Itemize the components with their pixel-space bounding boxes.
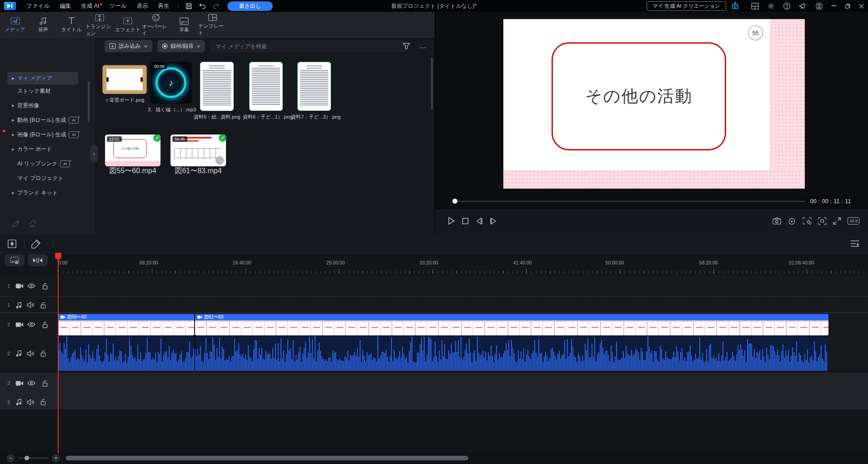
close-button[interactable] xyxy=(854,0,868,12)
previous-frame-button[interactable] xyxy=(476,217,483,225)
seekbar-knob[interactable] xyxy=(452,199,457,204)
snapshot-camera-icon[interactable] xyxy=(773,217,781,225)
sidebar-scrollbar[interactable] xyxy=(88,81,90,122)
zoom-slider-knob[interactable] xyxy=(25,456,29,460)
media-item-background-board[interactable]: ☆背景ボード.png xyxy=(101,62,148,104)
menu-edit[interactable]: 編集 xyxy=(55,2,76,10)
tab-transitions[interactable]: トランジション xyxy=(85,12,114,38)
canvas-settings-icon[interactable] xyxy=(803,217,812,225)
visibility-eye-icon[interactable] xyxy=(27,380,35,386)
track-audio-3[interactable]: 3 xyxy=(0,394,868,409)
timeline-horizontal-scrollbar[interactable] xyxy=(65,456,468,460)
media-item-audio-mp3[interactable]: 00:06 ♪ 3、描く編（...）.mp3 xyxy=(148,62,194,113)
transition-icon xyxy=(95,14,104,22)
media-item-video-55-60[interactable]: その他の活動 12:21 ✓ 図55〜60.mp4 xyxy=(105,135,161,176)
ai-robot-icon[interactable] xyxy=(731,2,740,10)
timeline-zoom-slider[interactable] xyxy=(18,458,48,459)
tab-effects[interactable]: エフェクト xyxy=(114,12,142,38)
timeline-clip-61-83[interactable]: 図61〜83 xyxy=(195,314,828,335)
next-frame-button[interactable] xyxy=(490,217,497,225)
sidebar-item-image-broll[interactable]: ▶画像 (Bロール) 生成 AI+ xyxy=(0,128,95,141)
minimize-button[interactable] xyxy=(827,0,841,12)
media-search-input[interactable] xyxy=(210,40,406,52)
sidebar-item-color-board[interactable]: ▶カラー ボード xyxy=(0,143,95,155)
lock-icon[interactable] xyxy=(40,399,46,405)
playhead-handle[interactable] xyxy=(55,253,61,259)
track-height-icon[interactable] xyxy=(850,239,860,248)
razor-tool-icon[interactable] xyxy=(30,239,41,249)
sidebar-item-video-broll[interactable]: ▶動画 (Bロール) 生成 AI+ xyxy=(0,114,95,126)
speaker-icon[interactable] xyxy=(27,399,35,405)
lock-icon[interactable] xyxy=(42,380,48,387)
media-item-doc6[interactable]: 資料6：子ど...1）.png xyxy=(243,62,289,120)
snap-split-button[interactable] xyxy=(28,254,48,266)
speaker-icon[interactable] xyxy=(27,350,35,357)
ruler-minor-ticks[interactable] xyxy=(58,271,865,274)
tab-subtitles[interactable]: 字幕 xyxy=(170,12,198,38)
preview-canvas[interactable]: その他の活動 55 xyxy=(503,19,805,189)
menu-play[interactable]: 再生 xyxy=(153,2,175,10)
aspect-ratio-button[interactable]: 16:9 xyxy=(848,217,859,225)
lock-icon[interactable] xyxy=(42,283,48,289)
zoom-in-button[interactable]: + xyxy=(52,454,60,462)
track-video-3[interactable]: 3 xyxy=(0,373,868,394)
preview-zoom-icon[interactable] xyxy=(818,217,827,225)
import-button[interactable]: 読み込み xyxy=(105,40,152,52)
timeline-settings-icon[interactable] xyxy=(7,239,17,249)
tab-templates[interactable]: テンプレート xyxy=(198,12,226,38)
fullscreen-icon[interactable] xyxy=(833,217,841,225)
render-preview-icon[interactable] xyxy=(788,217,796,225)
tab-audio[interactable]: 音声 xyxy=(29,12,57,38)
sidebar-item-ai-lipsync[interactable]: AI リップシンク AI+ xyxy=(0,157,95,170)
record-button[interactable]: 録画/録音 xyxy=(157,40,205,52)
layout-icon[interactable] xyxy=(751,3,759,10)
export-button[interactable]: 書き出し xyxy=(227,1,273,11)
media-item-doc5[interactable]: 資料5：総...資料.png xyxy=(194,62,240,120)
tab-media[interactable]: メディア xyxy=(1,12,29,38)
undo-icon[interactable] xyxy=(199,3,206,9)
menu-view[interactable]: 表示 xyxy=(132,2,153,10)
stop-button[interactable] xyxy=(462,218,469,225)
timeline-clip-55-60[interactable]: 図55〜60 xyxy=(58,314,194,335)
announcement-icon[interactable] xyxy=(799,2,807,10)
track-add-button[interactable] xyxy=(5,254,25,266)
settings-gear-icon[interactable] xyxy=(767,2,775,10)
redo-icon[interactable] xyxy=(212,3,220,9)
menu-tools[interactable]: ツール xyxy=(104,2,131,10)
sidebar-collapse-handle[interactable]: ‹ xyxy=(90,145,98,163)
lock-icon[interactable] xyxy=(40,302,46,309)
media-item-video-61-83[interactable]: 56:46 ✓ 図61〜83.mp4 xyxy=(171,135,226,176)
sidebar-item-my-projects[interactable]: マイ プロジェクト xyxy=(0,172,95,185)
eraser-icon[interactable] xyxy=(28,217,38,227)
play-button[interactable] xyxy=(448,217,455,225)
menu-generative-ai[interactable]: 生成 AI xyxy=(76,2,104,10)
save-icon[interactable] xyxy=(186,3,192,10)
filter-icon[interactable] xyxy=(403,43,410,50)
tab-titles[interactable]: タイトル xyxy=(57,12,85,38)
help-icon[interactable] xyxy=(783,2,791,10)
my-ai-creations-button[interactable]: マイ 生成 AI クリエーション xyxy=(647,1,726,11)
media-item-doc7[interactable]: 資料7：子ど...3）.png xyxy=(291,62,337,120)
speaker-icon[interactable] xyxy=(27,302,35,308)
sidebar-item-backgrounds[interactable]: ▶背景画像 xyxy=(0,99,95,112)
track-video-2[interactable]: 2 図55〜60 図61〜83 xyxy=(0,314,868,335)
visibility-eye-icon[interactable] xyxy=(27,283,35,289)
media-panel-scrollbar[interactable] xyxy=(431,57,433,110)
track-video-1[interactable]: 1 xyxy=(0,275,868,297)
sidebar-item-my-media[interactable]: ▶マイ メディア xyxy=(0,72,95,85)
sidebar-item-brand-kit[interactable]: ▶ブランド キット xyxy=(0,186,95,199)
sidebar-item-stock[interactable]: ストック素材 xyxy=(0,85,95,97)
visibility-eye-icon[interactable] xyxy=(27,322,35,327)
zoom-out-button[interactable]: − xyxy=(6,454,15,462)
lock-icon[interactable] xyxy=(42,321,48,328)
menu-file[interactable]: ファイル xyxy=(21,2,55,10)
account-icon[interactable] xyxy=(815,2,823,10)
preview-seekbar[interactable] xyxy=(455,201,855,202)
tab-overlays[interactable]: オーバーレイ xyxy=(142,12,170,38)
lock-icon[interactable] xyxy=(40,350,46,357)
maximize-button[interactable] xyxy=(841,0,854,12)
draw-pen-icon[interactable] xyxy=(11,217,21,227)
track-audio-1[interactable]: 1 xyxy=(0,297,868,313)
audio-waveform-clip[interactable] xyxy=(58,336,828,371)
more-options-icon[interactable]: ⋯ xyxy=(419,44,426,52)
